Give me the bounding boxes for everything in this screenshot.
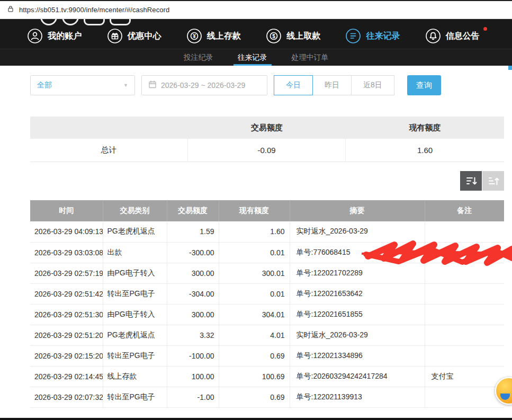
cell-time: 2026-03-29 03:03:08 — [30, 242, 103, 263]
app-screen: https://sb051.tv:9900/infe/mcenter/#/cas… — [0, 0, 512, 420]
tab-processing-orders[interactable]: 处理中订单 — [288, 49, 333, 66]
cell-summary: 实时返水_2026-03-29 — [290, 221, 425, 242]
cell-amount: 1.59 — [167, 221, 219, 242]
nav-item-label: 我的账户 — [48, 31, 82, 42]
cell-amount: -1.00 — [167, 387, 219, 407]
gift-icon — [107, 28, 123, 44]
chevron-down-icon: ▼ — [123, 83, 128, 88]
cell-summary: 单号:122021651855 — [290, 304, 425, 325]
nav-item-cash-records[interactable]: 往来记录 — [343, 26, 407, 46]
nav-item-withdraw[interactable]: $ 线上取款 — [264, 26, 328, 46]
cell-remark — [425, 304, 504, 325]
cell-summary: 单号:122021334896 — [290, 345, 425, 366]
cell-category: 转出至PG电子 — [103, 283, 167, 304]
summary-header-transaction: 交易额度 — [188, 117, 346, 139]
nav-item-announcements[interactable]: 信息公告 — [423, 26, 487, 46]
table-row: 2026-03-29 02:14:45线上存款100.00100.69单号:20… — [30, 366, 504, 387]
nav-item-deposit[interactable]: ¥ 线上存款 — [184, 26, 248, 46]
cell-balance: 300.01 — [219, 263, 290, 283]
cell-summary: 实时返水_2026-03-29 — [290, 325, 425, 345]
cell-amount: -100.00 — [167, 345, 219, 366]
date-range-input[interactable]: 2026-03-29 ~ 2026-03-29 — [141, 75, 267, 95]
cell-amount: 300.00 — [167, 304, 219, 325]
cell-category: PG老虎机返点 — [103, 325, 167, 345]
tab-label: 投注纪录 — [184, 53, 213, 62]
tab-label: 往来记录 — [238, 53, 267, 62]
cell-time: 2026-03-29 02:07:32 — [30, 387, 103, 407]
nav-item-label: 线上取款 — [286, 31, 320, 42]
notification-badge — [483, 27, 487, 31]
records-tbody: 2026-03-29 04:09:13PG老虎机返点1.591.60实时返水_2… — [30, 221, 504, 407]
lock-icon — [7, 5, 14, 15]
summary-transaction-total: -0.09 — [188, 139, 346, 162]
summary-header: 交易额度 现有额度 — [30, 117, 504, 139]
subnav-tabs: 投注纪录 往来记录 处理中订单 — [0, 49, 512, 66]
sort-button-group — [460, 171, 504, 191]
cell-category: 转出至PG电子 — [103, 387, 167, 407]
cell-summary: 单号:202603294242417284 — [290, 366, 425, 387]
records-table: 时间 交易类别 交易额度 现有额度 摘要 备注 2026-03-29 04:09… — [30, 200, 504, 408]
cell-time: 2026-03-29 02:51:30 — [30, 304, 103, 325]
header-amount: 交易额度 — [167, 200, 219, 221]
type-filter-select[interactable]: 全部 ▼ — [30, 75, 135, 95]
sort-descending-button[interactable] — [460, 171, 482, 191]
cell-time: 2026-03-29 04:09:13 — [30, 221, 103, 242]
cell-amount: 100.00 — [167, 366, 219, 387]
tab-label: 处理中订单 — [292, 53, 329, 62]
quick-filter-group: 今日 昨日 近8日 — [274, 75, 394, 95]
quick-filter-today[interactable]: 今日 — [274, 75, 313, 95]
cell-balance: 0.01 — [219, 242, 290, 263]
cell-balance: 304.01 — [219, 304, 290, 325]
table-row: 2026-03-29 02:51:20PG老虎机返点3.324.01实时返水_2… — [30, 325, 504, 345]
deposit-coin-icon: ¥ — [186, 28, 202, 44]
cell-time: 2026-03-29 02:51:42 — [30, 283, 103, 304]
cell-category: PG老虎机返点 — [103, 221, 167, 242]
filter-bar: 全部 ▼ 2026-03-29 ~ 2026-03-29 今日 昨日 近8日 查… — [30, 75, 504, 95]
table-row: 2026-03-29 02:07:32转出至PG电子-1.000.69单号:12… — [30, 387, 504, 407]
cell-time: 2026-03-29 02:57:19 — [30, 263, 103, 283]
cell-balance: 4.01 — [219, 325, 290, 345]
quick-filter-yesterday[interactable]: 昨日 — [312, 75, 352, 95]
records-icon — [345, 28, 361, 44]
cell-category: 由PG电子转入 — [103, 304, 167, 325]
quick-filter-last8days[interactable]: 近8日 — [351, 75, 394, 95]
header-category: 交易类别 — [103, 200, 167, 221]
cell-remark — [425, 221, 504, 242]
cell-summary: 单号:122021702289 — [290, 263, 425, 283]
nav-item-label: 优惠中心 — [128, 31, 161, 42]
cell-time: 2026-03-29 02:14:45 — [30, 366, 103, 387]
nav-item-my-account[interactable]: 我的账户 — [25, 26, 89, 46]
summary-total-label: 总计 — [30, 139, 188, 162]
cell-category: 由PG电子转入 — [103, 263, 167, 283]
date-range-value: 2026-03-29 ~ 2026-03-29 — [161, 81, 245, 90]
cell-summary: 单号:776068415 — [290, 242, 425, 263]
cell-category: 转出至PG电子 — [103, 345, 167, 366]
tab-cash-records[interactable]: 往来记录 — [233, 49, 272, 66]
cell-category: 出款 — [103, 242, 167, 263]
summary-header-blank — [30, 117, 188, 139]
cell-remark — [425, 325, 504, 345]
select-value: 全部 — [37, 81, 123, 90]
summary-balance-total: 1.60 — [346, 139, 504, 162]
cell-remark — [425, 387, 504, 407]
cell-amount: -304.00 — [167, 283, 219, 304]
header-balance: 现有额度 — [219, 200, 290, 221]
summary-total-row: 总计 -0.09 1.60 — [30, 139, 504, 162]
header-summary: 摘要 — [290, 200, 425, 221]
main-nav: 我的账户 优惠中心 ¥ 线上存款 — [0, 23, 512, 49]
calendar-icon — [148, 80, 157, 91]
table-row: 2026-03-29 02:57:19由PG电子转入300.00300.01单号… — [30, 263, 504, 283]
nav-item-label: 信息公告 — [446, 31, 480, 42]
cell-balance: 0.01 — [219, 283, 290, 304]
nav-item-label: 线上存款 — [207, 31, 241, 42]
browser-address-bar[interactable]: https://sb051.tv:9900/infe/mcenter/#/cas… — [0, 0, 512, 19]
cell-remark — [425, 242, 504, 263]
search-button[interactable]: 查询 — [407, 75, 441, 95]
sort-ascending-button[interactable] — [482, 171, 504, 191]
tab-bet-records[interactable]: 投注纪录 — [179, 49, 218, 66]
cell-summary: 单号:122021139913 — [290, 387, 425, 407]
customer-service-icon — [500, 394, 510, 400]
nav-item-promotions[interactable]: 优惠中心 — [105, 26, 169, 46]
table-row: 2026-03-29 04:09:13PG老虎机返点1.591.60实时返水_2… — [30, 221, 504, 242]
table-row: 2026-03-29 03:03:08出款-300.000.01单号:77606… — [30, 242, 504, 263]
